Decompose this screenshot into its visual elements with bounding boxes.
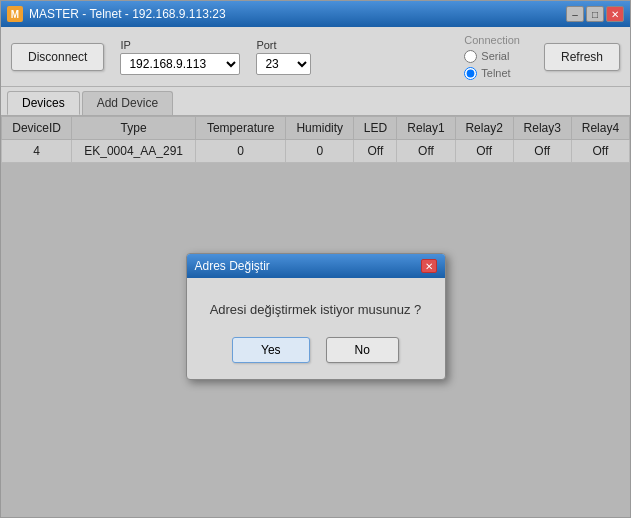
port-label: Port bbox=[256, 39, 311, 51]
tab-add-device[interactable]: Add Device bbox=[82, 91, 173, 115]
title-bar: M MASTER - Telnet - 192.168.9.113:23 – □… bbox=[1, 1, 630, 27]
tab-bar: Devices Add Device bbox=[1, 87, 630, 116]
title-bar-left: M MASTER - Telnet - 192.168.9.113:23 bbox=[7, 6, 226, 22]
modal-body: Adresi değiştirmek istiyor musunuz ? Yes… bbox=[187, 278, 445, 379]
modal-overlay: Adres Değiştir ✕ Adresi değiştirmek isti… bbox=[1, 116, 630, 517]
modal-title: Adres Değiştir bbox=[195, 259, 270, 273]
port-group: Port 23 bbox=[256, 39, 311, 75]
title-controls: – □ ✕ bbox=[566, 6, 624, 22]
main-window: M MASTER - Telnet - 192.168.9.113:23 – □… bbox=[0, 0, 631, 518]
connection-group: Connection Serial Telnet bbox=[464, 34, 520, 80]
serial-radio[interactable] bbox=[464, 50, 477, 63]
telnet-radio-row: Telnet bbox=[464, 67, 520, 80]
connection-label: Connection bbox=[464, 34, 520, 46]
modal-close-button[interactable]: ✕ bbox=[421, 259, 437, 273]
serial-label: Serial bbox=[481, 50, 509, 62]
ip-label: IP bbox=[120, 39, 240, 51]
window-title: MASTER - Telnet - 192.168.9.113:23 bbox=[29, 7, 226, 21]
modal-message: Adresi değiştirmek istiyor musunuz ? bbox=[207, 302, 425, 317]
disconnect-button[interactable]: Disconnect bbox=[11, 43, 104, 71]
toolbar: Disconnect IP 192.168.9.113 Port 23 Conn… bbox=[1, 27, 630, 87]
telnet-radio[interactable] bbox=[464, 67, 477, 80]
modal-yes-button[interactable]: Yes bbox=[232, 337, 310, 363]
port-select[interactable]: 23 bbox=[256, 53, 311, 75]
minimize-button[interactable]: – bbox=[566, 6, 584, 22]
serial-radio-row: Serial bbox=[464, 50, 520, 63]
refresh-button[interactable]: Refresh bbox=[544, 43, 620, 71]
modal-dialog: Adres Değiştir ✕ Adresi değiştirmek isti… bbox=[186, 253, 446, 380]
telnet-label: Telnet bbox=[481, 67, 510, 79]
ip-select[interactable]: 192.168.9.113 bbox=[120, 53, 240, 75]
app-icon: M bbox=[7, 6, 23, 22]
tab-devices[interactable]: Devices bbox=[7, 91, 80, 115]
modal-title-bar: Adres Değiştir ✕ bbox=[187, 254, 445, 278]
ip-group: IP 192.168.9.113 bbox=[120, 39, 240, 75]
maximize-button[interactable]: □ bbox=[586, 6, 604, 22]
modal-no-button[interactable]: No bbox=[326, 337, 399, 363]
modal-buttons: Yes No bbox=[207, 337, 425, 363]
close-button[interactable]: ✕ bbox=[606, 6, 624, 22]
content-area: DeviceID Type Temperature Humidity LED R… bbox=[1, 116, 630, 517]
